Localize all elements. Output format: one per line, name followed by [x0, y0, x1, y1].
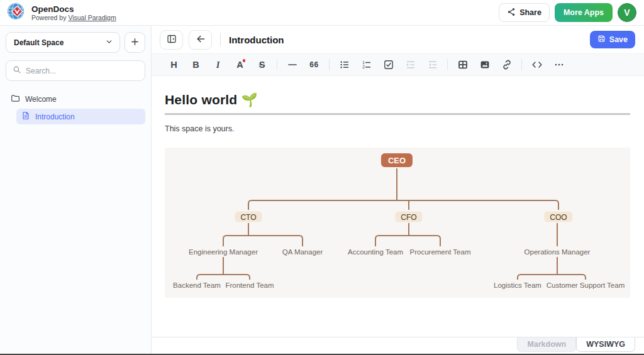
- horizontal-rule-button[interactable]: [281, 56, 303, 74]
- share-label: Share: [519, 8, 541, 17]
- divider: [277, 59, 277, 70]
- page-tree: Welcome Introduction: [6, 91, 145, 124]
- powered-by: Powered by Visual Paradigm: [31, 14, 116, 21]
- arrow-left-icon: [196, 34, 206, 46]
- share-icon: [507, 8, 516, 18]
- app-title: OpenDocs: [31, 4, 116, 14]
- add-page-button[interactable]: [125, 32, 145, 53]
- org-chart-diagram[interactable]: CEOCTOCFOCOOEngineering ManagerQA Manage…: [165, 148, 630, 298]
- org-node-cto: CTO: [235, 212, 262, 222]
- italic-button[interactable]: I: [207, 56, 229, 74]
- code-button[interactable]: [526, 56, 548, 74]
- indent-icon: [406, 60, 416, 70]
- brand: OpenDocs Powered by Visual Paradigm: [6, 1, 116, 24]
- main-panel: Introduction Save H B I A S: [152, 26, 644, 354]
- task-list-button[interactable]: [377, 56, 399, 74]
- save-label: Save: [609, 35, 628, 44]
- visual-paradigm-link[interactable]: Visual Paradigm: [68, 14, 116, 21]
- divider: [220, 33, 221, 46]
- bullet-list-button[interactable]: [333, 56, 355, 74]
- svg-text:1: 1: [362, 60, 365, 65]
- table-button[interactable]: [452, 56, 474, 74]
- link-button[interactable]: [496, 56, 518, 74]
- text-color-button[interactable]: A: [229, 56, 251, 74]
- toggle-sidebar-button[interactable]: [160, 30, 183, 50]
- divider: [521, 59, 522, 70]
- indent-button[interactable]: [399, 56, 421, 74]
- header-actions: Share More Apps V: [499, 3, 636, 22]
- outdent-icon: [428, 60, 438, 70]
- org-node-proc: Procurement Team: [410, 248, 471, 256]
- search-box: [6, 60, 145, 81]
- org-node-log: Logistics Team: [494, 281, 541, 289]
- org-node-fe: Frontend Team: [225, 281, 274, 289]
- document-topbar: Introduction Save: [152, 26, 644, 53]
- org-node-acct: Accounting Team: [348, 248, 403, 256]
- org-node-ceo: CEO: [381, 153, 413, 167]
- strikethrough-button[interactable]: S: [251, 56, 273, 74]
- divider: [329, 59, 330, 70]
- opendocs-logo-icon: [6, 1, 26, 24]
- document-paragraph[interactable]: This space is yours.: [165, 124, 630, 133]
- formatting-toolbar: H B I A S 66 12: [152, 53, 644, 76]
- save-button[interactable]: Save: [590, 31, 635, 48]
- search-input[interactable]: [26, 67, 138, 75]
- numbered-list-icon: 12: [362, 60, 372, 70]
- sidebar-item-introduction[interactable]: Introduction: [16, 109, 145, 124]
- sidebar: Default Space: [0, 26, 152, 354]
- body-row: Default Space: [0, 26, 644, 354]
- ellipsis-icon: [553, 60, 565, 70]
- more-options-button[interactable]: [548, 56, 570, 74]
- document-heading[interactable]: Hello world 🌱: [165, 92, 630, 107]
- org-node-em: Engineering Manager: [189, 248, 258, 256]
- sidebar-item-welcome[interactable]: Welcome: [6, 91, 145, 107]
- color-dot: [243, 59, 246, 62]
- org-node-cfo: CFO: [395, 212, 422, 222]
- numbered-list-button[interactable]: 12: [355, 56, 377, 74]
- image-icon: [480, 60, 490, 70]
- document-icon: [21, 111, 30, 122]
- editor-footer: Markdown WYSIWYG: [152, 337, 644, 354]
- space-selector-value: Default Space: [14, 38, 64, 47]
- heading-underline: [165, 113, 630, 115]
- brand-text: OpenDocs Powered by Visual Paradigm: [31, 4, 116, 21]
- heading-button[interactable]: H: [163, 56, 185, 74]
- plus-icon: [130, 37, 140, 48]
- svg-text:2: 2: [362, 65, 365, 69]
- more-apps-button[interactable]: More Apps: [555, 3, 613, 22]
- app-window: OpenDocs Powered by Visual Paradigm: [0, 0, 644, 354]
- folder-icon: [11, 94, 20, 105]
- org-node-qa: QA Manager: [282, 248, 323, 256]
- space-row: Default Space: [6, 32, 145, 53]
- image-button[interactable]: [474, 56, 496, 74]
- blockquote-button[interactable]: 66: [303, 56, 325, 74]
- org-chart-connectors: [165, 148, 630, 298]
- app-header: OpenDocs Powered by Visual Paradigm: [0, 0, 644, 26]
- share-button[interactable]: Share: [499, 3, 550, 22]
- table-icon: [458, 60, 468, 70]
- horizontal-rule-icon: [287, 60, 297, 70]
- save-icon: [597, 35, 606, 45]
- page-title: Introduction: [229, 35, 284, 45]
- divider: [447, 59, 448, 70]
- link-icon: [502, 60, 512, 70]
- search-icon: [13, 65, 21, 77]
- org-node-coo: COO: [544, 212, 572, 222]
- user-avatar[interactable]: V: [618, 3, 636, 22]
- task-list-icon: [384, 60, 394, 70]
- back-button[interactable]: [189, 30, 212, 50]
- tab-markdown[interactable]: Markdown: [517, 337, 576, 352]
- outdent-button[interactable]: [421, 56, 443, 74]
- space-selector[interactable]: Default Space: [6, 32, 120, 53]
- document-editor[interactable]: Hello world 🌱 This space is yours. CEOCT…: [152, 76, 644, 337]
- tree-item-label: Introduction: [35, 112, 75, 121]
- bold-button[interactable]: B: [185, 56, 207, 74]
- panel-collapse-icon: [167, 34, 177, 46]
- chevron-down-icon: [105, 38, 113, 48]
- bullet-list-icon: [340, 60, 350, 70]
- tab-wysiwyg[interactable]: WYSIWYG: [576, 337, 635, 352]
- org-node-cs: Customer Support Team: [547, 281, 625, 289]
- tree-item-label: Welcome: [25, 95, 57, 104]
- code-icon: [531, 60, 543, 70]
- org-node-ops: Operations Manager: [525, 248, 591, 256]
